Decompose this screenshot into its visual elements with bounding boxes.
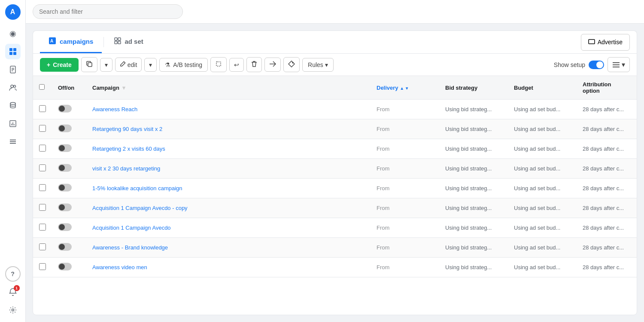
- campaign-toggle[interactable]: [58, 223, 72, 231]
- tag-button[interactable]: [283, 57, 300, 72]
- campaign-link[interactable]: Awareness Reach: [92, 106, 137, 112]
- row-checkbox[interactable]: [39, 125, 46, 132]
- campaign-toggle[interactable]: [58, 263, 72, 270]
- toggle-cell: [52, 258, 86, 277]
- attribution-cell: 28 days after c...: [577, 258, 637, 277]
- copy-button[interactable]: [81, 57, 97, 72]
- people-icon[interactable]: [5, 80, 21, 95]
- svg-text:A: A: [50, 39, 53, 43]
- attribution-header: Attributionoption: [577, 76, 637, 100]
- database-icon[interactable]: [5, 98, 21, 113]
- row-checkbox[interactable]: [39, 145, 46, 152]
- tab-bar: A campaigns ad set: [33, 30, 637, 53]
- campaign-link[interactable]: Retargeting 2 x visits 60 days: [92, 146, 165, 152]
- create-label: Create: [53, 61, 72, 68]
- row-checkbox[interactable]: [39, 224, 46, 231]
- attribution-cell: 28 days after c...: [577, 198, 637, 218]
- row-checkbox[interactable]: [39, 263, 46, 270]
- delete-button[interactable]: [246, 57, 262, 72]
- tab-adset[interactable]: ad set: [106, 31, 152, 53]
- document-icon[interactable]: [5, 62, 21, 77]
- campaign-name-cell: 1-5% lookalike acquisition campaign: [86, 179, 371, 198]
- ab-testing-button[interactable]: ⚗ A/B testing: [159, 58, 208, 72]
- create-plus-icon: +: [47, 61, 50, 68]
- table-row: Retargeting 2 x visits 60 days From Usin…: [33, 139, 637, 159]
- campaign-link[interactable]: visit x 2 30 days retargeting: [92, 165, 160, 172]
- undo-button[interactable]: ↩: [229, 58, 244, 72]
- campaign-toggle[interactable]: [58, 164, 72, 172]
- bid-strategy-cell: Using bid strateg...: [439, 218, 508, 238]
- campaign-header[interactable]: Campaign ▾: [86, 76, 371, 100]
- tag-icon: [288, 61, 295, 69]
- campaign-toggle[interactable]: [58, 243, 72, 251]
- sidebar: A ◉: [0, 0, 26, 322]
- advertise-button[interactable]: Advertise: [581, 34, 630, 51]
- notifications-icon[interactable]: 1: [5, 284, 21, 300]
- toolbar: + Create ▾ ed: [33, 53, 637, 76]
- attribution-cell: 28 days after c...: [577, 179, 637, 198]
- campaign-name-cell: Awareness Reach: [86, 100, 371, 119]
- edit-dropdown-button[interactable]: ▾: [144, 58, 157, 72]
- create-button[interactable]: + Create: [40, 58, 79, 72]
- delivery-cell: From: [371, 198, 439, 218]
- main-content: A campaigns ad set: [26, 0, 644, 322]
- campaign-link[interactable]: Retargeting 90 days visit x 2: [92, 126, 162, 132]
- tab-divider: [103, 37, 104, 47]
- campaign-toggle[interactable]: [58, 184, 72, 191]
- campaign-link[interactable]: Awareness - Brand knowledge: [92, 244, 168, 251]
- delivery-cell: From: [371, 218, 439, 238]
- reports-icon[interactable]: [5, 116, 21, 131]
- svg-rect-23: [115, 41, 117, 44]
- edit-button[interactable]: edit: [115, 58, 142, 72]
- campaign-link[interactable]: Acquisition 1 Campaign Avecdo: [92, 225, 171, 231]
- columns-button[interactable]: ▾: [608, 57, 630, 72]
- campaign-link[interactable]: 1-5% lookalike acquisition campaign: [92, 185, 182, 191]
- grid-icon[interactable]: [5, 44, 21, 59]
- campaign-toggle[interactable]: [58, 125, 72, 132]
- row-checkbox[interactable]: [39, 243, 46, 250]
- select-all-checkbox[interactable]: [39, 84, 45, 90]
- bid-strategy-cell: Using bid strateg...: [439, 119, 508, 139]
- svg-point-18: [12, 309, 14, 311]
- toggle-cell: [52, 198, 86, 218]
- row-checkbox-cell: [33, 159, 52, 179]
- budget-cell: Using ad set bud...: [508, 238, 577, 258]
- delivery-cell: From: [371, 100, 439, 119]
- bid-strategy-cell: Using bid strateg...: [439, 179, 508, 198]
- dashboard-icon[interactable]: ◉: [5, 26, 21, 41]
- search-input[interactable]: [33, 4, 183, 19]
- row-checkbox[interactable]: [39, 105, 46, 112]
- campaign-name-cell: Awareness - Brand knowledge: [86, 238, 371, 258]
- menu-icon[interactable]: [5, 134, 21, 149]
- rules-button[interactable]: Rules ▾: [302, 58, 334, 72]
- trash-empty-button[interactable]: [210, 57, 227, 72]
- copy-dropdown-button[interactable]: ▾: [100, 58, 112, 72]
- tab-campaigns[interactable]: A campaigns: [40, 31, 102, 53]
- row-checkbox[interactable]: [39, 164, 46, 171]
- undo-icon: ↩: [234, 61, 239, 68]
- row-checkbox[interactable]: [39, 184, 46, 191]
- attribution-cell: 28 days after c...: [577, 100, 637, 119]
- toggle-cell: [52, 179, 86, 198]
- help-icon[interactable]: ?: [5, 266, 21, 282]
- avatar[interactable]: A: [5, 4, 21, 20]
- delivery-cell: From: [371, 139, 439, 159]
- edit-label: edit: [128, 61, 137, 68]
- campaign-toggle[interactable]: [58, 204, 72, 211]
- settings-icon[interactable]: [5, 302, 21, 318]
- row-checkbox-cell: [33, 238, 52, 258]
- campaign-link[interactable]: Acquisition 1 Campaign Avecdo - copy: [92, 205, 188, 211]
- svg-rect-22: [118, 38, 121, 40]
- campaign-toggle[interactable]: [58, 105, 72, 112]
- bid-strategy-cell: Using bid strateg...: [439, 159, 508, 179]
- notification-badge-count: 1: [14, 285, 20, 291]
- campaigns-tab-label: campaigns: [60, 38, 93, 45]
- campaign-toggle[interactable]: [58, 144, 72, 152]
- delivery-header[interactable]: Delivery ▲ ▾: [371, 76, 439, 100]
- move-button[interactable]: [264, 58, 281, 72]
- campaign-link[interactable]: Awareness video men: [92, 264, 147, 270]
- row-checkbox[interactable]: [39, 204, 46, 211]
- campaign-name-cell: Retargeting 90 days visit x 2: [86, 119, 371, 139]
- show-setup-toggle[interactable]: [589, 61, 604, 69]
- search-bar: [26, 0, 644, 24]
